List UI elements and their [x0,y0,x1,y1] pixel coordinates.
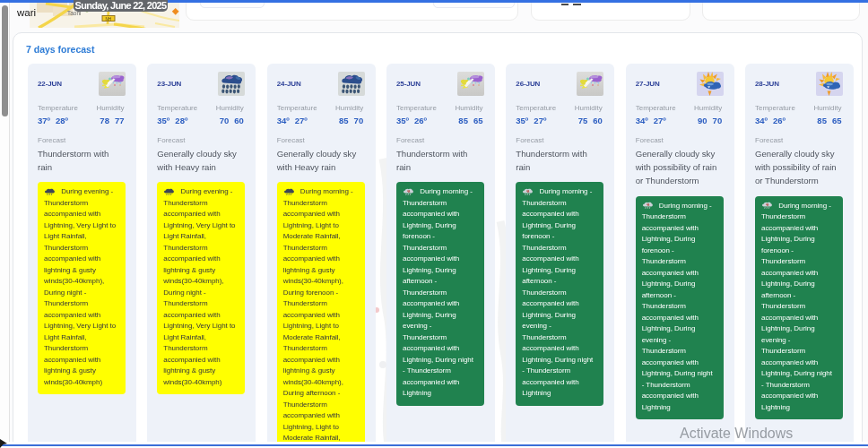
svg-text:NH: NH [106,17,112,22]
